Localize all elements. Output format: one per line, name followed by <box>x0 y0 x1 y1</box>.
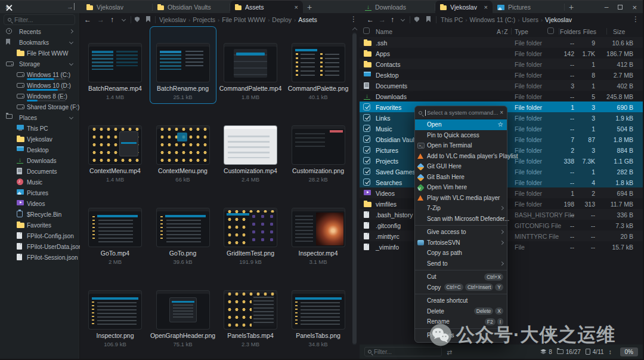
column-header-files[interactable]: Files <box>583 28 596 35</box>
menu-item-delete[interactable]: DeleteDeleteX <box>415 306 507 317</box>
select-all-checkbox[interactable] <box>363 27 370 34</box>
menu-item-git-gui-here[interactable]: Git GUI Here <box>415 161 507 172</box>
sidebar-item-windows-8-e[interactable]: Windows 8 (E:) <box>0 91 79 101</box>
grid-item-panelstabs-mp4[interactable]: PanelsTabs.mp42.3 MB <box>218 274 283 350</box>
pane-menu-icon[interactable]: ⋮ <box>632 15 639 23</box>
menu-item-pin-to-quick-access[interactable]: Pin to Quick access <box>415 130 507 141</box>
grid-item-griditemtest-png[interactable]: GridItemTest.png191.9 kB <box>218 192 283 268</box>
sidebar-item-videos[interactable]: Videos <box>0 198 79 209</box>
menu-item-open-vim-here[interactable]: Open Vim here <box>415 182 507 193</box>
chevron-down-icon[interactable] <box>69 61 73 66</box>
nav-forward-icon[interactable]: → <box>97 16 104 24</box>
new-tab-button[interactable]: + <box>303 1 316 14</box>
tab-close-icon[interactable]: × <box>291 4 298 11</box>
nav-back-icon[interactable]: ← <box>367 16 374 24</box>
grid-item-contextmenu-mp4[interactable]: ContextMenu.mp41.4 MB <box>82 109 148 186</box>
sidebar-item-fpilot-userdata-json[interactable]: FPilot-UserData.json <box>0 241 79 252</box>
context-menu-search-input[interactable]: Select a system command... × <box>415 106 507 119</box>
breadcrumb-segment[interactable]: Vjekoslav <box>545 16 572 23</box>
grid-item-commandpalette-mp4[interactable]: CommandPalette.mp41.8 MB <box>218 27 283 103</box>
column-header-name[interactable]: Name <box>376 28 392 35</box>
nav-back-icon[interactable]: ← <box>84 16 91 24</box>
list-row-documents[interactable]: DocumentsFile folder31402 B <box>360 80 643 91</box>
sidebar-item-windows-11-c[interactable]: Windows 11 (C:) <box>0 69 79 80</box>
column-header-size[interactable]: Size <box>613 28 625 35</box>
breadcrumb-segment[interactable]: Windows 11 (C:) <box>470 16 516 23</box>
list-row-desktop[interactable]: DesktopFile folder--82.7 MB <box>360 69 643 80</box>
chevron-right-icon[interactable] <box>69 29 73 33</box>
sidebar-section-recents[interactable]: Recents <box>0 26 79 37</box>
menu-item-scan-with-microsoft-defender[interactable]: Scan with Microsoft Defender... <box>415 214 507 224</box>
grid-scrollbar[interactable] <box>351 27 357 353</box>
breadcrumb-segment[interactable]: Users <box>522 16 538 23</box>
breadcrumb-segment[interactable]: This PC <box>441 16 463 23</box>
menu-item-copy[interactable]: CopyCtrl+CCtrl+InsertY <box>415 282 507 293</box>
close-button[interactable]: × <box>632 3 637 12</box>
grid-item-inspector-mp4[interactable]: Inspector.mp43.1 MB <box>286 192 351 268</box>
nav-up-icon[interactable]: ↑ <box>110 16 114 24</box>
menu-item-tortoisesvn[interactable]: TortoiseSVN <box>415 238 507 248</box>
row-checkbox-checked[interactable] <box>363 136 370 143</box>
filter-flow-icon[interactable] <box>447 349 452 356</box>
breadcrumb-segment[interactable]: Projects <box>193 16 215 23</box>
chevron-down-icon[interactable] <box>69 115 73 119</box>
sidebar-item-favorites[interactable]: Favorites <box>0 220 79 230</box>
column-header-folders[interactable]: Folders <box>560 28 581 35</box>
sidebar-item-fpilot-config-json[interactable]: FPilot-Config.json <box>0 230 79 241</box>
minimize-button[interactable]: – <box>605 3 609 11</box>
row-checkbox-checked[interactable] <box>363 146 370 153</box>
sidebar-item-shared-storage-f[interactable]: Shared Storage (F:) <box>0 101 79 112</box>
bookmark-icon[interactable] <box>146 16 150 22</box>
menu-item-create-shortcut[interactable]: Create shortcut <box>415 296 507 306</box>
sidebar-item-pictures[interactable]: Pictures <box>0 187 79 198</box>
grid-item-contextmenu-png[interactable]: ContextMenu.png66 kB <box>150 109 216 186</box>
grid-item-panelstabs-png[interactable]: PanelsTabs.png34.8 kB <box>286 274 351 350</box>
menu-item-open[interactable]: Open☆ <box>415 119 507 130</box>
sidebar-item-fpilot-session-json[interactable]: FPilot-Session.json <box>0 252 79 263</box>
menu-item-open-in-terminal[interactable]: >_Open in Terminal <box>415 140 507 151</box>
menu-item-add-to-vlc-media-player-s-playlist[interactable]: Add to VLC media player's Playlist <box>415 151 507 162</box>
sidebar-item-documents[interactable]: Documents <box>0 166 79 177</box>
menu-item-play-with-vlc-media-player[interactable]: Play with VLC media player <box>415 193 507 204</box>
menu-item-git-bash-here[interactable]: Git Bash Here <box>415 172 507 183</box>
list-row-ssh[interactable]: .sshFile folder--910.6 kB <box>360 37 643 48</box>
column-header-type[interactable]: Type <box>515 28 528 35</box>
breadcrumb-segment[interactable]: File Pilot WWW <box>222 16 265 23</box>
nav-up-icon[interactable]: ↑ <box>391 16 394 24</box>
grid-item-goto-png[interactable]: GoTo.png39.6 kB <box>150 192 216 268</box>
new-tab-button[interactable]: + <box>565 1 578 14</box>
breadcrumb-segment[interactable]: Assets <box>298 16 317 23</box>
row-checkbox-checked[interactable] <box>363 179 370 186</box>
breadcrumb-segment[interactable]: Deploy <box>272 16 292 23</box>
grid-item-batchrename-png[interactable]: BatchRename.png25.1 kB <box>150 27 216 103</box>
row-checkbox-checked[interactable] <box>363 114 370 121</box>
list-row-contacts[interactable]: ContactsFile folder--1412 B <box>360 59 643 69</box>
pane-menu-icon[interactable]: ⋮ <box>350 15 357 23</box>
sidebar-filter-input[interactable]: Filter... <box>4 14 75 25</box>
shield-icon[interactable] <box>135 17 140 22</box>
sidebar-item-music[interactable]: Music <box>0 177 79 187</box>
grid-item-customization-png[interactable]: Customization.png28.2 kB <box>286 109 351 186</box>
row-checkbox-checked[interactable] <box>363 103 370 110</box>
menu-item-7-zip[interactable]: 7-Zip <box>415 203 507 214</box>
sidebar-item-desktop[interactable]: Desktop <box>0 144 79 155</box>
maximize-button[interactable] <box>618 5 623 10</box>
sidebar-item-windows-10-d[interactable]: Windows 10 (D:) <box>0 80 79 91</box>
bookmark-icon[interactable] <box>426 16 431 22</box>
sidebar-section-bookmarks[interactable]: Bookmarks <box>0 37 79 48</box>
sidebar-item-this-pc[interactable]: This PC <box>0 123 79 134</box>
list-row-downloads[interactable]: ↓DownloadsFile folder--5245.8 MB <box>360 91 643 101</box>
sidebar-section-storage[interactable]: Storage <box>0 59 79 69</box>
tab-downloads[interactable]: ↓Downloads <box>360 1 435 14</box>
sidebar-item-downloads[interactable]: ↓Downloads <box>0 155 79 166</box>
sidebar-item-file-pilot-www[interactable]: File Pilot WWW <box>0 48 79 59</box>
menu-item-copy-as-path[interactable]: Copy as path <box>415 248 507 259</box>
sidebar-item-vjekoslav[interactable]: Vjekoslav <box>0 134 79 144</box>
sidebar-item-recycle-bin[interactable]: $Recycle.Bin <box>0 209 79 220</box>
tab-vjekoslav[interactable]: Vjekoslav× <box>435 1 493 14</box>
row-checkbox-checked[interactable] <box>363 168 370 175</box>
favorite-star-icon[interactable]: ☆ <box>497 119 503 130</box>
grid-item-batchrename-mp4[interactable]: BatchRename.mp41.4 MB <box>82 27 148 103</box>
close-icon[interactable]: × <box>500 109 503 116</box>
grid-item-inspector-png[interactable]: Inspector.png106.9 kB <box>82 274 148 350</box>
